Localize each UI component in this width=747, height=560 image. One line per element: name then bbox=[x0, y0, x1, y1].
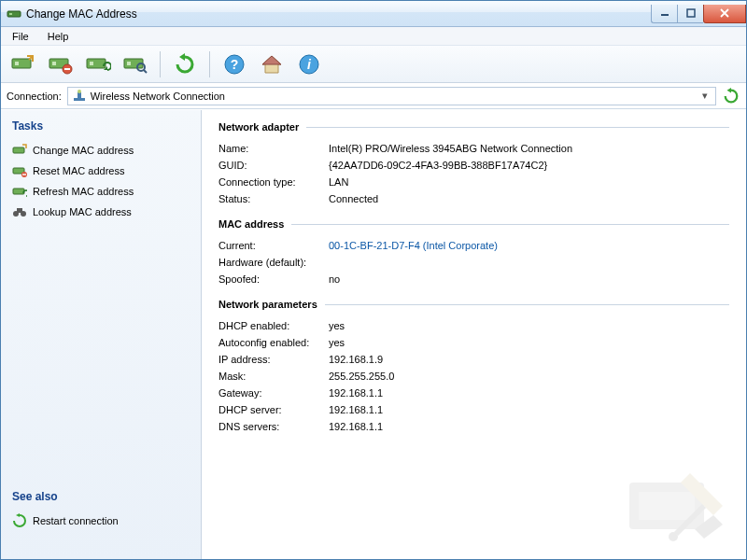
adapter-conntype-value: LAN bbox=[329, 176, 348, 188]
svg-point-21 bbox=[78, 90, 81, 93]
svg-rect-29 bbox=[17, 208, 22, 213]
mac-current-value[interactable]: 00-1C-BF-21-D7-F4 (Intel Corporate) bbox=[329, 240, 498, 251]
toolbar-separator bbox=[209, 51, 210, 77]
section-net-title: Network parameters bbox=[218, 299, 317, 310]
svg-rect-2 bbox=[661, 14, 669, 16]
mac-current-label: Current: bbox=[218, 240, 329, 251]
adapter-status-value: Connected bbox=[329, 193, 378, 204]
body: Tasks Change MAC address Reset MAC addre… bbox=[1, 109, 746, 559]
svg-rect-5 bbox=[15, 62, 19, 65]
task-label: Change MAC address bbox=[33, 145, 134, 156]
task-refresh-mac[interactable]: Refresh MAC address bbox=[7, 181, 195, 202]
window-controls bbox=[651, 5, 746, 23]
tasks-title: Tasks bbox=[7, 119, 195, 133]
task-label: Lookup MAC address bbox=[33, 206, 132, 217]
net-autoconfig-value: yes bbox=[329, 337, 345, 348]
network-card-edit-icon bbox=[12, 143, 27, 158]
svg-rect-9 bbox=[64, 68, 70, 70]
binoculars-icon bbox=[12, 204, 27, 219]
svg-rect-7 bbox=[52, 62, 56, 65]
section-mac-title: MAC address bbox=[218, 218, 284, 230]
toolbar-about-button[interactable]: i bbox=[292, 49, 326, 79]
network-card-reset-icon bbox=[12, 163, 27, 178]
toolbar-change-mac-button[interactable] bbox=[7, 49, 40, 79]
toolbar: ? i bbox=[1, 46, 746, 83]
toolbar-home-button[interactable] bbox=[255, 49, 289, 79]
watermark-icon bbox=[625, 455, 737, 550]
connection-label: Connection: bbox=[7, 91, 62, 102]
net-dhcpserver-value: 192.168.1.1 bbox=[329, 404, 383, 415]
rule bbox=[306, 127, 729, 128]
svg-rect-31 bbox=[639, 492, 695, 520]
net-dns-value: 192.168.1.1 bbox=[329, 421, 383, 432]
task-lookup-mac[interactable]: Lookup MAC address bbox=[7, 202, 195, 222]
svg-rect-11 bbox=[90, 62, 93, 65]
svg-point-32 bbox=[669, 532, 678, 541]
net-dhcpserver-label: DHCP server: bbox=[218, 404, 329, 415]
net-gateway-value: 192.168.1.1 bbox=[329, 387, 383, 399]
adapter-status-label: Status: bbox=[218, 193, 329, 204]
sidebar: Tasks Change MAC address Reset MAC addre… bbox=[1, 110, 202, 559]
svg-text:?: ? bbox=[231, 57, 239, 72]
section-adapter-title: Network adapter bbox=[218, 121, 299, 133]
toolbar-separator bbox=[160, 51, 161, 77]
task-reset-mac[interactable]: Reset MAC address bbox=[7, 161, 195, 181]
network-card-refresh-icon bbox=[12, 184, 27, 199]
toolbar-lookup-button[interactable] bbox=[119, 49, 152, 79]
rule bbox=[291, 224, 729, 225]
network-icon bbox=[72, 89, 87, 104]
sidebar-tasks: Tasks Change MAC address Reset MAC addre… bbox=[7, 119, 195, 222]
seealso-title: See also bbox=[7, 490, 195, 503]
connection-dropdown[interactable]: Wireless Network Connection ▾ bbox=[67, 87, 716, 105]
mac-spoofed-label: Spoofed: bbox=[218, 273, 329, 285]
menu-file[interactable]: File bbox=[7, 29, 35, 44]
content-panel: Network adapter Name:Intel(R) PRO/Wirele… bbox=[202, 110, 746, 559]
net-dhcp-label: DHCP enabled: bbox=[218, 320, 329, 331]
adapter-name-label: Name: bbox=[218, 143, 329, 154]
sidebar-seealso: See also Restart connection bbox=[7, 490, 195, 531]
dropdown-arrow-icon: ▾ bbox=[698, 90, 712, 102]
task-label: Refresh MAC address bbox=[33, 186, 134, 197]
adapter-name-value: Intel(R) PRO/Wireless 3945ABG Network Co… bbox=[329, 143, 572, 154]
window-title: Change MAC Address bbox=[26, 7, 651, 21]
app-icon bbox=[7, 7, 21, 21]
net-ip-value: 192.168.1.9 bbox=[329, 354, 383, 365]
net-mask-value: 255.255.255.0 bbox=[329, 371, 394, 382]
net-autoconfig-label: Autoconfig enabled: bbox=[218, 337, 329, 348]
restart-connection[interactable]: Restart connection bbox=[7, 511, 195, 531]
mac-hardware-label: Hardware (default): bbox=[218, 257, 329, 268]
connection-bar: Connection: Wireless Network Connection … bbox=[1, 83, 746, 109]
net-dns-label: DNS servers: bbox=[218, 421, 329, 432]
svg-rect-22 bbox=[13, 147, 24, 153]
connection-value: Wireless Network Connection bbox=[91, 91, 698, 102]
task-label: Reset MAC address bbox=[33, 165, 124, 176]
toolbar-reset-mac-button[interactable] bbox=[44, 49, 78, 79]
svg-rect-19 bbox=[74, 98, 85, 101]
titlebar[interactable]: Change MAC Address bbox=[1, 1, 746, 27]
net-ip-label: IP address: bbox=[218, 354, 329, 365]
svg-rect-26 bbox=[13, 189, 24, 194]
svg-rect-25 bbox=[22, 174, 26, 175]
rule bbox=[325, 304, 729, 305]
mac-spoofed-value: no bbox=[329, 273, 340, 285]
toolbar-refresh-mac-button[interactable] bbox=[81, 49, 115, 79]
svg-rect-13 bbox=[127, 62, 131, 65]
menu-help[interactable]: Help bbox=[42, 29, 75, 44]
toolbar-help-button[interactable]: ? bbox=[218, 49, 251, 79]
svg-rect-1 bbox=[9, 13, 12, 15]
adapter-guid-label: GUID: bbox=[218, 160, 329, 171]
task-change-mac[interactable]: Change MAC address bbox=[7, 140, 195, 161]
app-window: Change MAC Address File Help ? bbox=[0, 0, 747, 560]
net-mask-label: Mask: bbox=[218, 371, 329, 382]
adapter-guid-value: {42AA7DD6-09C2-4FA3-99BB-388BF17A74C2} bbox=[329, 160, 547, 171]
close-button[interactable] bbox=[703, 5, 746, 23]
toolbar-refresh-button[interactable] bbox=[168, 49, 202, 79]
net-dhcp-value: yes bbox=[329, 320, 345, 331]
refresh-icon bbox=[12, 513, 27, 528]
connection-refresh-button[interactable] bbox=[722, 87, 740, 105]
adapter-conntype-label: Connection type: bbox=[218, 176, 329, 188]
maximize-button[interactable] bbox=[677, 5, 703, 23]
minimize-button[interactable] bbox=[651, 5, 677, 23]
svg-rect-3 bbox=[687, 9, 695, 17]
restart-label: Restart connection bbox=[33, 515, 119, 526]
